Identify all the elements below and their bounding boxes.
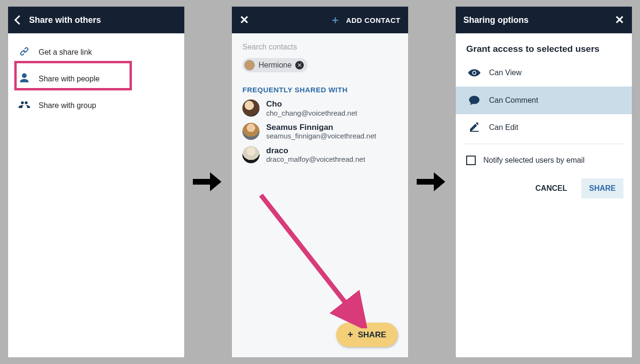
contact-row[interactable]: draco draco_malfoy@voicethread.net xyxy=(232,143,408,167)
plus-icon: ＋ xyxy=(330,15,340,25)
search-input[interactable]: Search contacts xyxy=(242,43,398,51)
list-item-label: Get a share link xyxy=(39,48,92,57)
panel-title: Share with others xyxy=(29,15,177,25)
divider xyxy=(463,144,624,144)
add-contact-button[interactable]: ADD CONTACT xyxy=(346,16,400,24)
share-with-others-panel: Share with others Get a share link Share… xyxy=(8,7,184,357)
avatar xyxy=(244,60,255,70)
permission-can-edit[interactable]: Can Edit xyxy=(456,114,632,141)
flow-arrow-icon xyxy=(417,172,445,191)
chip-label: Hermione xyxy=(259,61,291,69)
permission-can-comment[interactable]: Can Comment xyxy=(456,87,632,114)
group-icon xyxy=(18,99,31,112)
share-button[interactable]: + SHARE xyxy=(336,323,398,347)
plus-icon: + xyxy=(348,329,353,340)
notify-label: Notify selected users by email xyxy=(483,156,585,165)
sharing-options-panel: Sharing options ✕ Grant access to select… xyxy=(456,7,632,357)
selected-contact-chip[interactable]: Hermione ✕ xyxy=(242,58,308,72)
panel-title: Sharing options xyxy=(463,15,608,25)
avatar xyxy=(242,99,260,117)
notify-row: Notify selected users by email xyxy=(456,147,632,174)
panel-header: Share with others xyxy=(8,7,184,33)
contact-email: seamus_finnigan@voicethread.net xyxy=(266,132,376,140)
share-with-people-item[interactable]: Share with people xyxy=(8,66,184,92)
list-item-label: Share with group xyxy=(39,101,96,110)
share-confirm-button[interactable]: SHARE xyxy=(581,178,623,198)
comment-icon xyxy=(468,94,480,107)
contact-row[interactable]: Seamus Finnigan seamus_finnigan@voicethr… xyxy=(232,120,408,143)
person-icon xyxy=(18,72,31,86)
contact-email: draco_malfoy@voicethread.net xyxy=(266,155,365,163)
share-with-group-item[interactable]: Share with group xyxy=(8,92,184,119)
search-area: Search contacts Hermione ✕ xyxy=(232,33,408,77)
dialog-actions: CANCEL SHARE xyxy=(456,174,632,203)
list-item-label: Share with people xyxy=(39,75,100,83)
close-icon: ✕ xyxy=(240,14,249,26)
avatar xyxy=(242,123,260,140)
panel-body: Get a share link Share with people Share… xyxy=(8,33,184,125)
cancel-button[interactable]: CANCEL xyxy=(528,178,575,198)
option-label: Can View xyxy=(489,69,521,77)
permission-can-view[interactable]: Can View xyxy=(456,59,632,87)
close-button[interactable]: ✕ xyxy=(615,14,624,26)
contact-name: Seamus Finnigan xyxy=(266,123,376,132)
contact-name: Cho xyxy=(266,99,357,109)
section-header: FREQUENTLY SHARED WITH xyxy=(232,77,408,97)
panel-header: Sharing options ✕ xyxy=(456,7,632,33)
option-label: Can Comment xyxy=(489,96,538,105)
eye-icon xyxy=(468,67,480,79)
share-button-label: SHARE xyxy=(358,330,386,340)
contact-name: draco xyxy=(266,146,365,156)
back-button[interactable] xyxy=(16,17,22,23)
chevron-left-icon xyxy=(14,15,24,25)
link-icon xyxy=(18,46,31,59)
close-button[interactable]: ✕ xyxy=(240,14,249,26)
flow-arrow-icon xyxy=(193,172,221,191)
section-heading: Grant access to selected users xyxy=(456,33,632,59)
close-icon: ✕ xyxy=(615,14,624,26)
contact-row[interactable]: Cho cho_chang@voicethread.net xyxy=(232,97,408,120)
get-share-link-item[interactable]: Get a share link xyxy=(8,39,184,66)
avatar xyxy=(242,146,260,163)
remove-chip-button[interactable]: ✕ xyxy=(295,61,304,69)
edit-icon xyxy=(468,122,480,133)
option-label: Can Edit xyxy=(489,123,518,132)
notify-checkbox[interactable] xyxy=(466,156,476,165)
search-contacts-panel: ✕ ＋ ADD CONTACT Search contacts Hermione… xyxy=(232,7,408,357)
panel-header: ✕ ＋ ADD CONTACT xyxy=(232,7,408,33)
contact-email: cho_chang@voicethread.net xyxy=(266,109,357,117)
